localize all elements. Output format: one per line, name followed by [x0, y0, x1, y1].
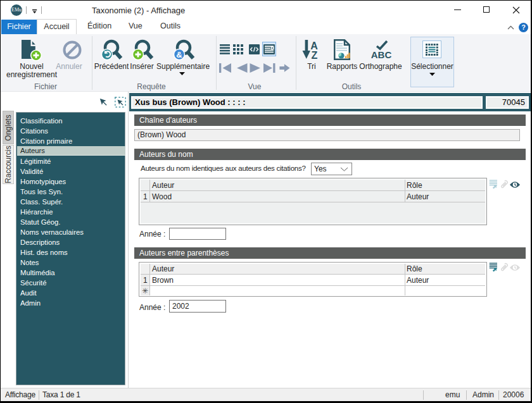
svg-text:&: & [176, 50, 182, 59]
svg-text:Z: Z [312, 50, 318, 59]
svg-text:A: A [310, 40, 318, 51]
svg-text:ABC: ABC [371, 49, 392, 59]
